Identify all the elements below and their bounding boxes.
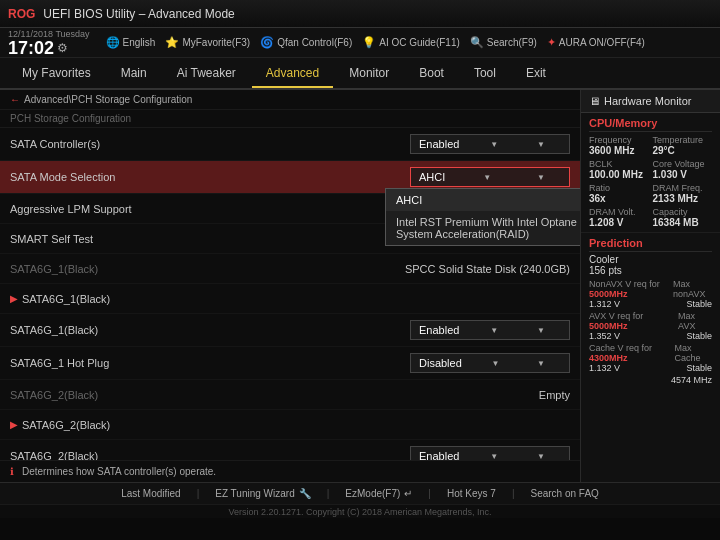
sata-mode-dropdown[interactable]: AHCI ▼ <box>410 167 570 187</box>
sata6g1-enable-dropdown[interactable]: Enabled ▼ <box>410 320 570 340</box>
sata6g1-info-row: SATA6G_1(Black) SPCC Solid State Disk (2… <box>0 254 580 284</box>
sata6g1-hotplug-label: SATA6G_1 Hot Plug <box>10 357 410 369</box>
settings-icon[interactable]: ⚙ <box>57 41 68 55</box>
tab-advanced[interactable]: Advanced <box>252 60 333 88</box>
info-bar: 12/11/2018 Tuesday 17:02 ⚙ 🌐 English ⭐ M… <box>0 28 720 58</box>
hot-keys-item[interactable]: Hot Keys 7 <box>447 488 496 499</box>
chevron-down-icon: ▼ <box>490 452 498 461</box>
capacity-label: Capacity 16384 MB <box>653 207 713 228</box>
info-icon: ℹ <box>10 466 14 477</box>
cpu-memory-title: CPU/Memory <box>589 117 712 132</box>
dram-freq-label: DRAM Freq. 2133 MHz <box>653 183 713 204</box>
main-content: ← Advanced\PCH Storage Configuration PCH… <box>0 90 720 482</box>
popup-item-rst[interactable]: Intel RST Premium With Intel Optane Syst… <box>386 211 580 245</box>
language-icon: 🌐 <box>106 36 120 49</box>
prediction-section: Prediction Cooler 156 pts NonAVX V req f… <box>581 233 720 391</box>
sata6g1-hotplug-dropdown[interactable]: Disabled ▼ <box>410 353 570 373</box>
pred-row-4: 4574 MHz <box>589 375 712 385</box>
section-title: PCH Storage Configuration <box>0 110 580 128</box>
search-faq-item[interactable]: Search on FAQ <box>530 488 598 499</box>
info-text: Determines how SATA controller(s) operat… <box>22 466 216 477</box>
core-voltage-label: Core Voltage 1.030 V <box>653 159 713 180</box>
search-icon-item[interactable]: 🔍 Search(F9) <box>470 36 537 49</box>
tab-ai-tweaker[interactable]: Ai Tweaker <box>163 60 250 88</box>
tab-tool[interactable]: Tool <box>460 60 510 88</box>
pred-row-3: Cache V req for 4300MHz Max Cache 1.132 … <box>589 343 712 373</box>
pred-row-1: NonAVX V req for 5000MHz Max nonAVX 1.31… <box>589 279 712 309</box>
breadcrumb: ← Advanced\PCH Storage Configuration <box>0 90 580 110</box>
sata6g2-group-row[interactable]: ▶ SATA6G_2(Black) <box>0 410 580 440</box>
qfan-icon-item[interactable]: 🌀 Qfan Control(F6) <box>260 36 352 49</box>
prediction-data: NonAVX V req for 5000MHz Max nonAVX 1.31… <box>589 279 712 385</box>
aioc-icon-item[interactable]: 💡 AI OC Guide(F11) <box>362 36 460 49</box>
chevron-down-icon: ▼ <box>483 173 491 182</box>
sata6g1-hotplug-row[interactable]: SATA6G_1 Hot Plug Disabled ▼ <box>0 347 580 380</box>
sata6g1-group-row[interactable]: ▶ SATA6G_1(Black) <box>0 284 580 314</box>
rog-logo: ROG <box>8 7 35 21</box>
frequency-label: Frequency 3600 MHz <box>589 135 649 156</box>
sata-controllers-row[interactable]: SATA Controller(s) Enabled ▼ <box>0 128 580 161</box>
dram-volt-label: DRAM Volt. 1.208 V <box>589 207 649 228</box>
cpu-memory-grid: Frequency 3600 MHz Temperature 29°C BCLK… <box>589 135 712 228</box>
last-modified-label: Last Modified <box>121 488 180 499</box>
tab-main[interactable]: Main <box>107 60 161 88</box>
chevron-down-icon: ▼ <box>491 359 499 368</box>
sata6g2-info-value: Empty <box>410 389 570 401</box>
settings-list: SATA Controller(s) Enabled ▼ SATA Mode S… <box>0 128 580 460</box>
sata6g1-enable-row[interactable]: SATA6G_1(Black) Enabled ▼ <box>0 314 580 347</box>
expand-arrow-icon: ▶ <box>10 293 18 304</box>
sata6g2-enable-label: SATA6G_2(Black) <box>10 450 410 460</box>
sata-controllers-dropdown[interactable]: Enabled ▼ <box>410 134 570 154</box>
hot-keys-label: Hot Keys 7 <box>447 488 496 499</box>
ai-icon: 💡 <box>362 36 376 49</box>
aioc-label: AI OC Guide(F11) <box>379 37 460 48</box>
last-modified-item[interactable]: Last Modified <box>121 488 180 499</box>
bclk-label: BCLK 100.00 MHz <box>589 159 649 180</box>
back-arrow-icon[interactable]: ← <box>10 94 20 105</box>
sata6g2-info-label: SATA6G_2(Black) <box>10 389 410 401</box>
chevron-down-icon: ▼ <box>490 326 498 335</box>
fan-icon: 🌀 <box>260 36 274 49</box>
expand-arrow-icon: ▶ <box>10 419 18 430</box>
aura-label: AURA ON/OFF(F4) <box>559 37 645 48</box>
sata6g2-group-label: SATA6G_2(Black) <box>22 419 570 431</box>
footer-bar: Last Modified | EZ Tuning Wizard 🔧 | EzM… <box>0 482 720 504</box>
hw-monitor-title: Hardware Monitor <box>604 95 691 107</box>
breadcrumb-path: Advanced\PCH Storage Configuration <box>24 94 192 105</box>
sata6g2-enable-dropdown[interactable]: Enabled ▼ <box>410 446 570 460</box>
ez-tuning-item[interactable]: EZ Tuning Wizard 🔧 <box>215 488 310 499</box>
divider-3: | <box>428 488 431 499</box>
tab-exit[interactable]: Exit <box>512 60 560 88</box>
star-icon: ⭐ <box>165 36 179 49</box>
aura-icon: ✦ <box>547 36 556 49</box>
nav-bar: My Favorites Main Ai Tweaker Advanced Mo… <box>0 58 720 90</box>
popup-item-ahci[interactable]: AHCI <box>386 189 580 211</box>
myfavorite-icon-item[interactable]: ⭐ MyFavorite(F3) <box>165 36 250 49</box>
info-status-bar: ℹ Determines how SATA controller(s) oper… <box>0 460 580 482</box>
title-text: UEFI BIOS Utility – Advanced Mode <box>43 7 234 21</box>
sata6g2-enable-row[interactable]: SATA6G_2(Black) Enabled ▼ <box>0 440 580 460</box>
divider-4: | <box>512 488 515 499</box>
prediction-cooler: Cooler 156 pts <box>589 254 712 276</box>
ez-mode-item[interactable]: EzMode(F7) ↵ <box>345 488 412 499</box>
ratio-label: Ratio 36x <box>589 183 649 204</box>
tab-boot[interactable]: Boot <box>405 60 458 88</box>
tab-my-favorites[interactable]: My Favorites <box>8 60 105 88</box>
search-icon: 🔍 <box>470 36 484 49</box>
time: 17:02 <box>8 39 54 57</box>
aura-icon-item[interactable]: ✦ AURA ON/OFF(F4) <box>547 36 645 49</box>
ez-mode-icon: ↵ <box>404 488 412 499</box>
language-icon-item[interactable]: 🌐 English <box>106 36 156 49</box>
sata6g1-info-value: SPCC Solid State Disk (240.0GB) <box>405 263 570 275</box>
info-icons: 🌐 English ⭐ MyFavorite(F3) 🌀 Qfan Contro… <box>106 36 645 49</box>
version-text: Version 2.20.1271. Copyright (C) 2018 Am… <box>228 507 491 517</box>
sata6g1-group-label: SATA6G_1(Black) <box>22 293 570 305</box>
ez-mode-label: EzMode(F7) <box>345 488 400 499</box>
datetime: 12/11/2018 Tuesday 17:02 ⚙ <box>8 29 90 57</box>
myfavorite-label: MyFavorite(F3) <box>182 37 250 48</box>
search-label: Search(F9) <box>487 37 537 48</box>
ez-tuning-label: EZ Tuning Wizard <box>215 488 294 499</box>
qfan-label: Qfan Control(F6) <box>277 37 352 48</box>
cpu-memory-section: CPU/Memory Frequency 3600 MHz Temperatur… <box>581 113 720 233</box>
tab-monitor[interactable]: Monitor <box>335 60 403 88</box>
